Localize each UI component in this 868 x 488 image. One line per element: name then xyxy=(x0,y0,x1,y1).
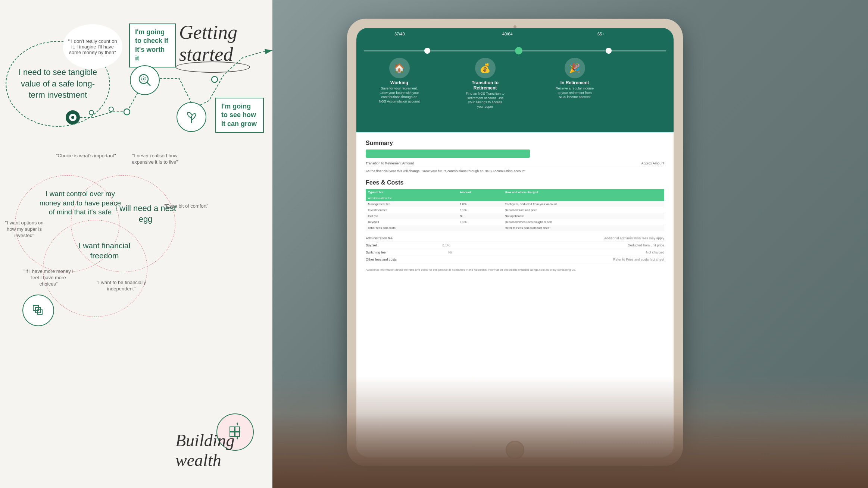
svg-point-5 xyxy=(109,107,113,111)
svg-point-6 xyxy=(124,109,130,115)
summary-section: Summary Transition to Retirement Amount … xyxy=(366,140,664,174)
fees-type: Exit fee xyxy=(366,213,458,219)
fees-section: Fees & Costs Type of fee Amount How and … xyxy=(366,179,664,272)
independent-quote: "I want to be financially independent" xyxy=(95,280,147,292)
callout-check: I'm going to check if it's worth it xyxy=(129,23,176,67)
fees-col-amount: Amount xyxy=(458,189,503,195)
stage-label-retirement: 65+ xyxy=(597,32,605,36)
stage-label-working: 37/40 xyxy=(394,32,405,36)
tablet-home-button[interactable] xyxy=(506,441,524,459)
expensive-quote: "I never realised how expensive it is to… xyxy=(127,153,183,166)
summary-bar-1 xyxy=(366,149,530,158)
tablet-screen: 37/40 40/64 65+ 🏠 Working Save for your … xyxy=(356,28,674,457)
financial-freedom-label: I want financial freedom xyxy=(69,240,140,261)
fees-amount: 0.1% xyxy=(458,219,503,225)
fees-additional-3: Switching fee Nil Not charged xyxy=(366,249,664,256)
tablet-frame: 37/40 40/64 65+ 🏠 Working Save for your … xyxy=(347,19,683,466)
getting-started-underline xyxy=(175,62,250,73)
stage-working: 🏠 Working Save for your retirement. Grow… xyxy=(379,58,420,104)
right-panel: 37/40 40/64 65+ 🏠 Working Save for your … xyxy=(272,0,868,488)
fees-row: Other fees and costsRefer to Fees and co… xyxy=(366,225,664,231)
svg-point-7 xyxy=(212,76,218,82)
fees-row: Buy/Sell0.1%Deducted when units bought o… xyxy=(366,219,664,225)
squares-icon-circle xyxy=(22,295,54,326)
fees-row: Management fee1.0%Each year, deducted fr… xyxy=(366,201,664,207)
sprout-icon-circle xyxy=(177,102,206,132)
callout-grow: I'm going to see how it can grow xyxy=(215,98,264,133)
building-wealth-title: Building wealth xyxy=(175,431,272,470)
fees-additional-4: Other fees and costs Refer to Fees and c… xyxy=(366,256,664,263)
tablet-body: Summary Transition to Retirement Amount … xyxy=(356,132,674,457)
quote-bubble-top: " I don't really count on it. I imagine … xyxy=(63,24,122,69)
fees-note: Deducted from unit price xyxy=(503,207,664,213)
search-magnify-icon xyxy=(137,72,153,88)
stage-retirement: 🎉 In Retirement Receive a regular income… xyxy=(554,58,595,100)
fees-amount: Nil xyxy=(458,213,503,219)
fees-additional: Administration fee Additional administra… xyxy=(366,235,664,263)
bottom-section: I want control over my money and to have… xyxy=(0,145,272,488)
stage-label-transition: 40/64 xyxy=(502,32,513,36)
control-money-label: I want control over my money and to have… xyxy=(37,189,123,217)
fees-col-type: Type of fee xyxy=(366,189,458,195)
fees-row: Administration fee xyxy=(366,195,664,201)
fees-type: Management fee xyxy=(366,201,458,207)
comfort-quote: "Extra bit of comfort" xyxy=(164,203,208,210)
fees-type: Buy/Sell xyxy=(366,219,458,225)
summary-row-1: Transition to Retirement Amount Approx A… xyxy=(366,160,664,167)
options-quote: "I want options on how my super is inves… xyxy=(0,220,49,239)
svg-marker-21 xyxy=(236,422,238,424)
transition-desc: Find an NGS Transition to Retirement acc… xyxy=(465,92,506,109)
retirement-title: In Retirement xyxy=(556,80,593,85)
fees-amount xyxy=(458,225,503,231)
working-desc: Save for your retirement. Grow your futu… xyxy=(379,86,420,104)
tablet-screen-inner: 37/40 40/64 65+ 🏠 Working Save for your … xyxy=(356,28,674,457)
fees-type: Administration fee xyxy=(366,195,458,201)
fees-additional-2: Buy/sell 0.1% Deducted from unit price xyxy=(366,242,664,249)
fees-type: Investment fee xyxy=(366,207,458,213)
fees-table: Type of fee Amount How and when charged … xyxy=(366,189,664,231)
svg-point-11 xyxy=(143,78,144,80)
fees-amount: 0.1% xyxy=(458,207,503,213)
fees-note xyxy=(503,195,664,201)
fees-amount xyxy=(458,195,503,201)
timeline-bar xyxy=(364,50,666,51)
choices-quote: "If I have more money I feel I have more… xyxy=(22,268,75,287)
summary-row-1-label: Transition to Retirement Amount xyxy=(366,161,414,165)
svg-line-9 xyxy=(147,82,150,86)
squares-icon xyxy=(30,302,47,319)
tablet-header: 37/40 40/64 65+ 🏠 Working Save for your … xyxy=(356,28,674,132)
fees-note: Each year, deducted from your account xyxy=(503,201,664,207)
timeline-dot-transition xyxy=(515,47,522,54)
working-title: Working xyxy=(381,80,418,85)
summary-desc: As the financial year this will change. … xyxy=(366,169,664,174)
fees-note: Refer to Fees and costs fact sheet xyxy=(503,225,664,231)
stage-transition: 💰 Transition to Retirement Find an NGS T… xyxy=(465,58,506,109)
summary-row-1-value: Approx Amount xyxy=(641,161,664,165)
fees-note: Not applicable xyxy=(503,213,664,219)
getting-started-title: Getting started xyxy=(179,21,272,65)
search-icon-circle xyxy=(130,65,160,95)
fees-footer-note: Additional information about the fees an… xyxy=(366,268,664,272)
choice-quote: "Choice is what's important" xyxy=(56,153,116,159)
retirement-icon: 🎉 xyxy=(565,58,585,78)
transition-title: Transition to Retirement xyxy=(466,80,504,91)
fees-note: Deducted when units bought or sold xyxy=(503,219,664,225)
fees-title: Fees & Costs xyxy=(366,179,664,186)
sprout-icon xyxy=(183,109,200,125)
transition-icon: 💰 xyxy=(475,58,496,78)
fees-amount: 1.0% xyxy=(458,201,503,207)
left-panel: Getting started I need to see tangible v… xyxy=(0,0,272,488)
retirement-desc: Receive a regular income to your retirem… xyxy=(554,86,595,100)
fees-row: Investment fee0.1%Deducted from unit pri… xyxy=(366,207,664,213)
working-icon: 🏠 xyxy=(389,58,410,78)
timeline-dot-retirement xyxy=(606,48,612,54)
fees-additional-1: Administration fee Additional administra… xyxy=(366,235,664,242)
summary-title: Summary xyxy=(366,140,664,147)
fees-row: Exit feeNilNot applicable xyxy=(366,213,664,219)
fees-col-charged: How and when charged xyxy=(503,189,664,195)
timeline-dot-working xyxy=(424,48,430,54)
fees-type: Other fees and costs xyxy=(366,225,458,231)
